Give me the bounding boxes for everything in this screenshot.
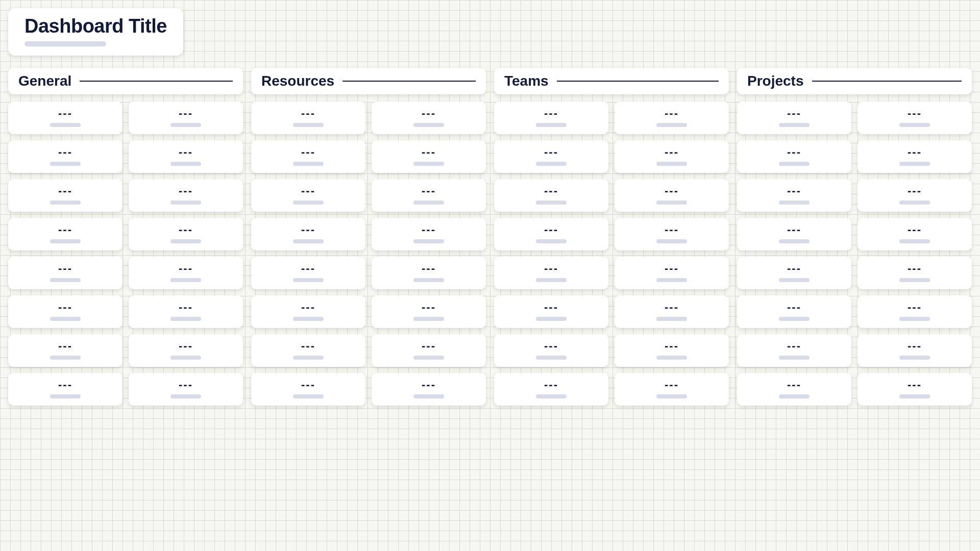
metric-card[interactable]: --- [857, 334, 972, 367]
metric-card[interactable]: --- [372, 257, 486, 289]
metric-card[interactable]: --- [615, 295, 729, 328]
metric-label-placeholder [779, 356, 810, 360]
section-label: General [18, 73, 71, 89]
metric-label-placeholder [50, 317, 81, 321]
metric-value: --- [544, 108, 558, 119]
metric-value: --- [58, 263, 72, 274]
metric-card[interactable]: --- [8, 295, 122, 328]
metric-card[interactable]: --- [372, 102, 486, 134]
metric-card[interactable]: --- [857, 102, 972, 134]
metric-card[interactable]: --- [494, 102, 608, 134]
metric-card[interactable]: --- [251, 257, 365, 289]
section-cards-resources: ----------------------------------------… [251, 102, 486, 406]
metric-value: --- [544, 263, 558, 274]
metric-label-placeholder [779, 201, 810, 205]
metric-card[interactable]: --- [129, 179, 243, 212]
metric-value: --- [179, 302, 193, 313]
metric-card[interactable]: --- [251, 218, 365, 251]
dashboard-title: Dashboard Title [24, 15, 167, 37]
metric-card[interactable]: --- [129, 373, 243, 406]
metric-value: --- [179, 263, 193, 274]
metric-label-placeholder [899, 278, 930, 282]
metric-label-placeholder [779, 162, 810, 166]
metric-card[interactable]: --- [494, 257, 608, 289]
metric-card[interactable]: --- [615, 179, 729, 212]
metric-card[interactable]: --- [494, 373, 608, 406]
metric-card[interactable]: --- [129, 140, 243, 173]
metric-card[interactable]: --- [8, 334, 122, 367]
metric-card[interactable]: --- [372, 179, 486, 212]
metric-card[interactable]: --- [251, 102, 365, 134]
metric-card[interactable]: --- [615, 257, 729, 289]
metric-card[interactable]: --- [372, 373, 486, 406]
metric-card[interactable]: --- [372, 140, 486, 173]
metric-card[interactable]: --- [8, 140, 122, 173]
metric-card[interactable]: --- [857, 218, 972, 251]
metric-value: --- [787, 146, 801, 158]
metric-card[interactable]: --- [737, 334, 851, 367]
metric-card[interactable]: --- [615, 334, 729, 367]
metric-card[interactable]: --- [615, 102, 729, 134]
metric-card[interactable]: --- [737, 179, 851, 212]
metric-label-placeholder [50, 162, 81, 166]
metric-card[interactable]: --- [857, 140, 972, 173]
metric-card[interactable]: --- [494, 179, 608, 212]
metric-card[interactable]: --- [251, 140, 365, 173]
metric-value: --- [908, 108, 922, 119]
metric-value: --- [665, 379, 679, 390]
metric-card[interactable]: --- [494, 295, 608, 328]
metric-card[interactable]: --- [615, 140, 729, 173]
metric-card[interactable]: --- [494, 218, 608, 251]
metric-card[interactable]: --- [129, 218, 243, 251]
metric-value: --- [58, 379, 72, 390]
metric-value: --- [908, 224, 922, 235]
metric-card[interactable]: --- [8, 218, 122, 251]
metric-label-placeholder [656, 317, 687, 321]
metric-card[interactable]: --- [857, 295, 972, 328]
metric-value: --- [544, 224, 558, 235]
metric-card[interactable]: --- [251, 295, 365, 328]
metric-card[interactable]: --- [857, 179, 972, 212]
metric-card[interactable]: --- [372, 218, 486, 251]
metric-label-placeholder [779, 239, 810, 243]
metric-card[interactable]: --- [8, 102, 122, 134]
metric-card[interactable]: --- [129, 295, 243, 328]
section-rule [557, 81, 719, 82]
metric-card[interactable]: --- [8, 179, 122, 212]
metric-card[interactable]: --- [8, 373, 122, 406]
metric-label-placeholder [779, 317, 810, 321]
metric-card[interactable]: --- [494, 140, 608, 173]
metric-value: --- [301, 108, 315, 119]
metric-value: --- [179, 185, 193, 196]
metric-value: --- [908, 340, 922, 352]
metric-card[interactable]: --- [251, 373, 365, 406]
metric-card[interactable]: --- [857, 257, 972, 289]
metric-card[interactable]: --- [129, 257, 243, 289]
metric-card[interactable]: --- [129, 102, 243, 134]
metric-label-placeholder [413, 317, 444, 321]
metric-card[interactable]: --- [615, 373, 729, 406]
metric-card[interactable]: --- [494, 334, 608, 367]
metric-card[interactable]: --- [857, 373, 972, 406]
metric-card[interactable]: --- [737, 295, 851, 328]
section-cards-projects: ----------------------------------------… [737, 102, 972, 406]
metric-value: --- [665, 108, 679, 119]
section-cards-general: ----------------------------------------… [8, 102, 243, 406]
metric-card[interactable]: --- [737, 373, 851, 406]
metric-card[interactable]: --- [251, 334, 365, 367]
metric-card[interactable]: --- [129, 334, 243, 367]
metric-card[interactable]: --- [372, 295, 486, 328]
metric-card[interactable]: --- [737, 218, 851, 251]
metric-label-placeholder [536, 239, 567, 243]
metric-card[interactable]: --- [372, 334, 486, 367]
metric-card[interactable]: --- [251, 179, 365, 212]
metric-card[interactable]: --- [737, 140, 851, 173]
metric-value: --- [422, 340, 436, 352]
metric-label-placeholder [50, 394, 81, 398]
metric-value: --- [787, 379, 801, 390]
metric-card[interactable]: --- [8, 257, 122, 289]
metric-card[interactable]: --- [737, 102, 851, 134]
metric-card[interactable]: --- [737, 257, 851, 289]
metric-card[interactable]: --- [615, 218, 729, 251]
section-projects: Projects -------------------------------… [737, 68, 972, 406]
